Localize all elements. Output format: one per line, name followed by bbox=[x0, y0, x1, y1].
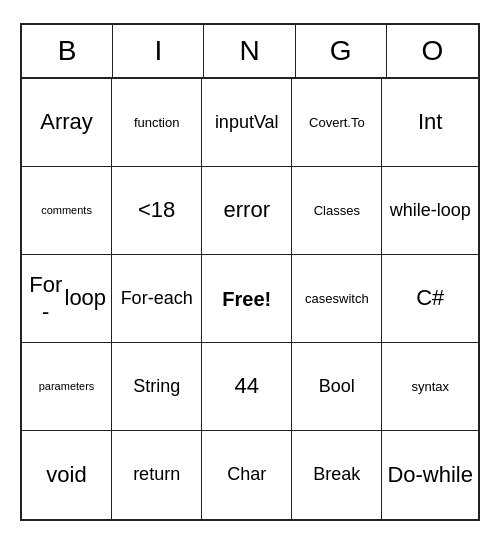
bingo-card: BINGO ArrayfunctioninputValCovert.ToIntc… bbox=[20, 23, 480, 521]
bingo-cell: Char bbox=[202, 431, 292, 519]
bingo-cell: Do-while bbox=[382, 431, 478, 519]
header-letter: N bbox=[204, 25, 295, 77]
bingo-cell: For -loop bbox=[22, 255, 112, 343]
bingo-cell: String bbox=[112, 343, 202, 431]
header-letter: B bbox=[22, 25, 113, 77]
bingo-cell: syntax bbox=[382, 343, 478, 431]
bingo-cell: parameters bbox=[22, 343, 112, 431]
header-letter: I bbox=[113, 25, 204, 77]
bingo-grid: ArrayfunctioninputValCovert.ToIntcomment… bbox=[22, 79, 478, 519]
bingo-cell: C# bbox=[382, 255, 478, 343]
bingo-cell: while-loop bbox=[382, 167, 478, 255]
bingo-cell: For-each bbox=[112, 255, 202, 343]
bingo-cell: Bool bbox=[292, 343, 382, 431]
header-letter: O bbox=[387, 25, 478, 77]
header-row: BINGO bbox=[22, 25, 478, 79]
free-cell: Free! bbox=[202, 255, 292, 343]
bingo-cell: return bbox=[112, 431, 202, 519]
bingo-cell: error bbox=[202, 167, 292, 255]
bingo-cell: 44 bbox=[202, 343, 292, 431]
bingo-cell: inputVal bbox=[202, 79, 292, 167]
bingo-cell: void bbox=[22, 431, 112, 519]
bingo-cell: caseswitch bbox=[292, 255, 382, 343]
bingo-cell: Int bbox=[382, 79, 478, 167]
bingo-cell: Classes bbox=[292, 167, 382, 255]
bingo-cell: function bbox=[112, 79, 202, 167]
bingo-cell: comments bbox=[22, 167, 112, 255]
bingo-cell: <18 bbox=[112, 167, 202, 255]
bingo-cell: Covert.To bbox=[292, 79, 382, 167]
bingo-cell: Array bbox=[22, 79, 112, 167]
bingo-cell: Break bbox=[292, 431, 382, 519]
header-letter: G bbox=[296, 25, 387, 77]
